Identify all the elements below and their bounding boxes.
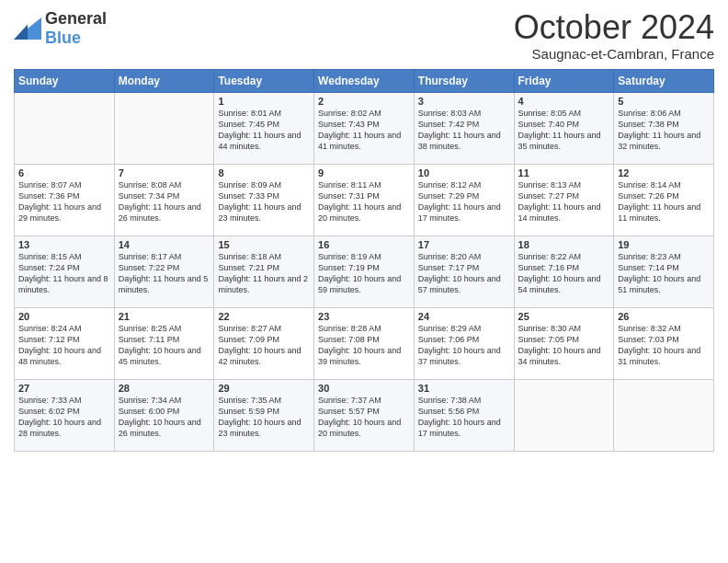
day-number: 29: [218, 383, 310, 394]
logo-icon: [14, 17, 41, 40]
logo: General Blue: [14, 9, 107, 48]
day-number: 23: [318, 311, 410, 322]
table-row: 30Sunrise: 7:37 AMSunset: 5:57 PMDayligh…: [314, 379, 415, 451]
svg-marker-1: [14, 25, 28, 40]
table-row: 24Sunrise: 8:29 AMSunset: 7:06 PMDayligh…: [414, 307, 514, 379]
day-number: 24: [418, 311, 510, 322]
table-row: 12Sunrise: 8:14 AMSunset: 7:26 PMDayligh…: [614, 164, 714, 236]
day-number: 16: [318, 239, 410, 250]
table-row: 7Sunrise: 8:08 AMSunset: 7:34 PMDaylight…: [114, 164, 214, 236]
logo-blue: Blue: [45, 29, 81, 47]
table-row: 9Sunrise: 8:11 AMSunset: 7:31 PMDaylight…: [314, 164, 415, 236]
day-number: 2: [318, 96, 410, 107]
cell-info: Sunrise: 8:29 AMSunset: 7:06 PMDaylight:…: [418, 324, 501, 366]
cell-info: Sunrise: 8:18 AMSunset: 7:21 PMDaylight:…: [218, 252, 308, 294]
table-row: 8Sunrise: 8:09 AMSunset: 7:33 PMDaylight…: [214, 164, 314, 236]
table-row: 28Sunrise: 7:34 AMSunset: 6:00 PMDayligh…: [114, 379, 214, 451]
table-row: 14Sunrise: 8:17 AMSunset: 7:22 PMDayligh…: [114, 236, 214, 307]
title-block: October 2024 Saugnac-et-Cambran, France: [514, 9, 714, 62]
page: General Blue October 2024 Saugnac-et-Cam…: [0, 0, 728, 563]
col-thursday: Thursday: [414, 69, 514, 92]
cell-info: Sunrise: 8:13 AMSunset: 7:27 PMDaylight:…: [518, 180, 601, 223]
col-wednesday: Wednesday: [314, 69, 415, 92]
day-number: 11: [518, 167, 610, 178]
cell-info: Sunrise: 8:01 AMSunset: 7:45 PMDaylight:…: [218, 109, 301, 151]
day-number: 22: [218, 311, 310, 322]
col-monday: Monday: [114, 69, 214, 92]
cell-info: Sunrise: 8:11 AMSunset: 7:31 PMDaylight:…: [318, 180, 401, 223]
day-number: 7: [119, 167, 210, 178]
table-row: 17Sunrise: 8:20 AMSunset: 7:17 PMDayligh…: [414, 236, 514, 307]
cell-info: Sunrise: 8:19 AMSunset: 7:19 PMDaylight:…: [318, 252, 401, 294]
table-row: 23Sunrise: 8:28 AMSunset: 7:08 PMDayligh…: [314, 307, 415, 379]
day-number: 19: [618, 239, 710, 250]
table-row: 6Sunrise: 8:07 AMSunset: 7:36 PMDaylight…: [15, 164, 115, 236]
table-row: [614, 379, 714, 451]
calendar-table: Sunday Monday Tuesday Wednesday Thursday…: [14, 69, 714, 452]
table-row: 11Sunrise: 8:13 AMSunset: 7:27 PMDayligh…: [514, 164, 614, 236]
col-saturday: Saturday: [614, 69, 714, 92]
table-row: 20Sunrise: 8:24 AMSunset: 7:12 PMDayligh…: [15, 307, 115, 379]
day-number: 12: [618, 167, 710, 178]
cell-info: Sunrise: 8:07 AMSunset: 7:36 PMDaylight:…: [18, 180, 101, 223]
col-sunday: Sunday: [15, 69, 115, 92]
month-title: October 2024: [514, 9, 714, 46]
cell-info: Sunrise: 8:09 AMSunset: 7:33 PMDaylight:…: [218, 180, 301, 223]
cell-info: Sunrise: 8:02 AMSunset: 7:43 PMDaylight:…: [318, 109, 401, 151]
logo-general: General: [45, 9, 107, 28]
day-number: 26: [618, 311, 710, 322]
cell-info: Sunrise: 7:33 AMSunset: 6:02 PMDaylight:…: [18, 396, 101, 438]
table-row: 19Sunrise: 8:23 AMSunset: 7:14 PMDayligh…: [614, 236, 714, 307]
table-row: 31Sunrise: 7:38 AMSunset: 5:56 PMDayligh…: [414, 379, 514, 451]
table-row: 13Sunrise: 8:15 AMSunset: 7:24 PMDayligh…: [15, 236, 115, 307]
day-number: 6: [18, 167, 110, 178]
table-row: 26Sunrise: 8:32 AMSunset: 7:03 PMDayligh…: [614, 307, 714, 379]
day-number: 15: [218, 239, 310, 250]
day-number: 18: [518, 239, 610, 250]
day-number: 14: [119, 239, 210, 250]
day-number: 28: [119, 383, 210, 394]
cell-info: Sunrise: 8:28 AMSunset: 7:08 PMDaylight:…: [318, 324, 401, 366]
table-row: 2Sunrise: 8:02 AMSunset: 7:43 PMDaylight…: [314, 92, 415, 164]
header: General Blue October 2024 Saugnac-et-Cam…: [14, 9, 714, 62]
day-number: 10: [418, 167, 510, 178]
table-row: 18Sunrise: 8:22 AMSunset: 7:16 PMDayligh…: [514, 236, 614, 307]
day-number: 5: [618, 96, 710, 107]
day-number: 4: [518, 96, 610, 107]
location-title: Saugnac-et-Cambran, France: [514, 46, 714, 62]
day-number: 25: [518, 311, 610, 322]
table-row: 27Sunrise: 7:33 AMSunset: 6:02 PMDayligh…: [15, 379, 115, 451]
day-number: 1: [218, 96, 310, 107]
day-number: 13: [18, 239, 110, 250]
table-row: [514, 379, 614, 451]
day-number: 8: [218, 167, 310, 178]
table-row: 15Sunrise: 8:18 AMSunset: 7:21 PMDayligh…: [214, 236, 314, 307]
cell-info: Sunrise: 8:05 AMSunset: 7:40 PMDaylight:…: [518, 109, 601, 151]
cell-info: Sunrise: 8:23 AMSunset: 7:14 PMDaylight:…: [618, 252, 700, 294]
col-friday: Friday: [514, 69, 614, 92]
day-number: 3: [418, 96, 510, 107]
day-number: 30: [318, 383, 410, 394]
table-row: 3Sunrise: 8:03 AMSunset: 7:42 PMDaylight…: [414, 92, 514, 164]
table-row: 5Sunrise: 8:06 AMSunset: 7:38 PMDaylight…: [614, 92, 714, 164]
cell-info: Sunrise: 8:30 AMSunset: 7:05 PMDaylight:…: [518, 324, 601, 366]
day-number: 20: [18, 311, 110, 322]
cell-info: Sunrise: 8:20 AMSunset: 7:17 PMDaylight:…: [418, 252, 501, 294]
table-row: 16Sunrise: 8:19 AMSunset: 7:19 PMDayligh…: [314, 236, 415, 307]
cell-info: Sunrise: 8:15 AMSunset: 7:24 PMDaylight:…: [18, 252, 108, 294]
cell-info: Sunrise: 8:25 AMSunset: 7:11 PMDaylight:…: [119, 324, 201, 366]
cell-info: Sunrise: 8:17 AMSunset: 7:22 PMDaylight:…: [119, 252, 209, 294]
day-number: 9: [318, 167, 410, 178]
cell-info: Sunrise: 7:37 AMSunset: 5:57 PMDaylight:…: [318, 396, 401, 438]
table-row: [15, 92, 115, 164]
cell-info: Sunrise: 8:06 AMSunset: 7:38 PMDaylight:…: [618, 109, 700, 151]
day-number: 31: [418, 383, 510, 394]
cell-info: Sunrise: 8:08 AMSunset: 7:34 PMDaylight:…: [119, 180, 201, 223]
cell-info: Sunrise: 8:27 AMSunset: 7:09 PMDaylight:…: [218, 324, 301, 366]
table-row: 1Sunrise: 8:01 AMSunset: 7:45 PMDaylight…: [214, 92, 314, 164]
table-row: 29Sunrise: 7:35 AMSunset: 5:59 PMDayligh…: [214, 379, 314, 451]
cell-info: Sunrise: 7:35 AMSunset: 5:59 PMDaylight:…: [218, 396, 301, 438]
table-row: 4Sunrise: 8:05 AMSunset: 7:40 PMDaylight…: [514, 92, 614, 164]
table-row: [114, 92, 214, 164]
day-number: 17: [418, 239, 510, 250]
